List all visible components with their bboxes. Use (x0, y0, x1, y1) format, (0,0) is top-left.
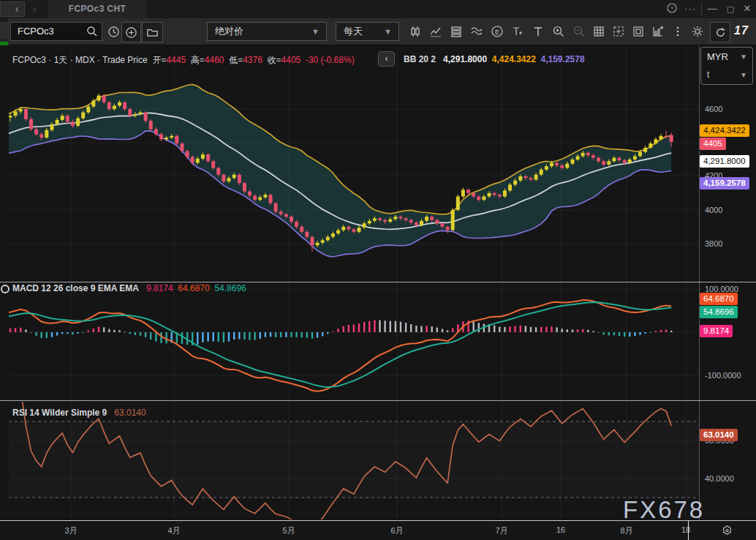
high-label: 高= (191, 55, 205, 65)
close-label: 收= (268, 55, 281, 65)
unit-selector[interactable]: MYR ▼ t ▼ (700, 47, 753, 85)
bb-name: BB 20 2 (404, 54, 436, 64)
macd-line-value: 64.6870 (178, 283, 209, 293)
rulers-icon[interactable] (509, 23, 526, 40)
time-axis-label: 3月 (64, 525, 77, 536)
time-axis-settings-icon[interactable] (720, 524, 734, 540)
events-icon[interactable]: E (488, 23, 506, 40)
macd-name: MACD 12 26 close 9 EMA EMA (12, 283, 139, 293)
symbol-legend-title: FCPOc3 · 1天 · MDX · Trade Price (12, 55, 148, 65)
chevron-down-icon: ▼ (740, 66, 747, 84)
indicators-icon[interactable] (427, 23, 445, 40)
price-mode-value: 绝对价 (215, 26, 243, 37)
macd-signal-badge: 54.8696 (700, 306, 738, 318)
time-axis-label: 4月 (167, 525, 180, 536)
price-mode-dropdown[interactable]: 绝对价 ▼ (207, 22, 327, 41)
tradingview-logo: 17 (734, 24, 749, 37)
time-axis-cursor (688, 521, 689, 540)
bb-upper-badge: 4,424.3422 (700, 124, 749, 137)
maximize-button[interactable]: ▢ (722, 0, 738, 18)
back-icon[interactable]: ‹ (10, 1, 23, 18)
bb-basis-value: 4,291.8000 (443, 54, 487, 64)
time-axis[interactable]: 3月4月5月6月7月168月18 (0, 520, 756, 540)
trading-app-window: ‹ › FCPOc3 CHT ? ··· — ▢ ✕ FCPOc3 绝对价 (0, 0, 756, 540)
folder-icon[interactable] (142, 22, 163, 42)
macd-badge: 64.6870 (700, 293, 738, 305)
reset-chart-icon[interactable] (710, 22, 730, 42)
scale-tick-label: 40.0000 (705, 474, 734, 483)
spreadsheet-icon[interactable] (590, 23, 608, 40)
chevron-down-icon: ▼ (311, 23, 320, 40)
close-button[interactable]: ✕ (739, 0, 755, 18)
change-value: -30 (-0.68%) (306, 55, 355, 65)
search-icon (86, 26, 98, 43)
unit-dropdown[interactable]: t ▼ (701, 66, 752, 84)
main-series-legend[interactable]: FCPOc3 · 1天 · MDX · Trade Price 开=4445 高… (12, 54, 355, 67)
low-label: 低= (229, 55, 243, 65)
minimize-button[interactable]: — (704, 0, 720, 18)
stats-panel-icon[interactable] (649, 23, 667, 40)
rsi-legend[interactable]: RSI 14 Wilder Simple 9 63.0140 (12, 408, 146, 418)
compare-icon[interactable] (447, 23, 465, 40)
time-axis-label: 5月 (282, 525, 295, 536)
currency-dropdown[interactable]: MYR ▼ (701, 48, 752, 66)
macd-hist-value: 9.8174 (146, 283, 173, 293)
chevron-down-icon: ▼ (740, 48, 747, 66)
forward-icon[interactable]: › (28, 1, 41, 18)
scale-tick-label: 3800 (705, 239, 722, 248)
macd-legend[interactable]: MACD 12 26 close 9 EMA EMA 9.8174 64.687… (12, 283, 246, 293)
macd-hist-badge: 9.8174 (700, 325, 733, 337)
patterns-icon[interactable] (468, 23, 485, 40)
help-icon[interactable]: ? (664, 0, 680, 18)
symbol-value: FCPOc3 (18, 26, 54, 37)
unit-value: t (707, 70, 709, 80)
clock-icon[interactable] (105, 23, 122, 40)
more-tools-icon[interactable] (669, 23, 687, 40)
open-value: 4445 (166, 55, 186, 65)
chart-area[interactable]: FCPOc3 · 1天 · MDX · Trade Price 开=4445 高… (0, 45, 756, 520)
svg-text:?: ? (670, 5, 674, 12)
time-axis-label: 18 (681, 525, 690, 534)
close-value: 4405 (281, 55, 301, 65)
divider (701, 3, 702, 15)
rsi-badge: 63.0140 (700, 429, 738, 441)
layout-icon[interactable] (630, 23, 647, 40)
zoom-out-icon (570, 23, 588, 40)
interval-value: 每天 (344, 26, 363, 37)
zoom-in-icon[interactable] (550, 23, 567, 40)
text-tool-icon[interactable] (529, 23, 547, 40)
bb-basis-badge: 4,291.8000 (700, 155, 749, 168)
candlestick-style-icon[interactable] (407, 23, 424, 40)
bb-upper-value: 4,424.3422 (492, 54, 536, 64)
more-menu-icon[interactable]: ··· (682, 0, 698, 18)
chevron-down-icon: ▼ (384, 23, 392, 40)
scale-tick-label: -100.0000 (705, 371, 741, 380)
bollinger-legend[interactable]: BB 20 2 4,291.8000 4,424.3422 4,159.2578 (404, 54, 585, 64)
time-axis-label: 16 (556, 525, 565, 534)
window-tab-bar: ‹ › FCPOc3 CHT ? ··· — ▢ ✕ (0, 0, 756, 18)
currency-value: MYR (707, 51, 728, 62)
settings-gear-icon[interactable] (689, 23, 706, 40)
screenshot-icon[interactable] (610, 23, 627, 40)
scale-tick-label: 4000 (705, 206, 722, 214)
time-axis-label: 8月 (620, 525, 632, 536)
add-symbol-icon[interactable] (121, 22, 141, 42)
rsi-name: RSI 14 Wilder Simple 9 (12, 408, 107, 418)
bb-lower-badge: 4,159.2578 (700, 177, 749, 190)
svg-text:E: E (495, 29, 499, 36)
rsi-value: 63.0140 (114, 408, 145, 418)
open-label: 开= (152, 55, 166, 65)
low-value: 4376 (243, 55, 262, 65)
last-price-badge: 4405 (700, 138, 726, 150)
interval-dropdown[interactable]: 每天 ▼ (336, 22, 399, 41)
pane-collapse-icon[interactable] (1, 285, 10, 293)
chart-toolbar: FCPOc3 绝对价 ▼ 每天 ▼ (0, 18, 756, 45)
scale-tick-label: 4600 (705, 105, 722, 113)
chart-tab[interactable]: FCPOc3 CHT (48, 0, 146, 18)
legend-collapse-button[interactable]: ‹ (378, 51, 395, 67)
time-axis-label: 6月 (390, 525, 403, 536)
macd-signal-value: 54.8696 (214, 283, 246, 293)
bb-lower-value: 4,159.2578 (541, 54, 585, 64)
high-value: 4460 (205, 55, 224, 65)
symbol-search-input[interactable]: FCPOc3 (10, 22, 102, 41)
